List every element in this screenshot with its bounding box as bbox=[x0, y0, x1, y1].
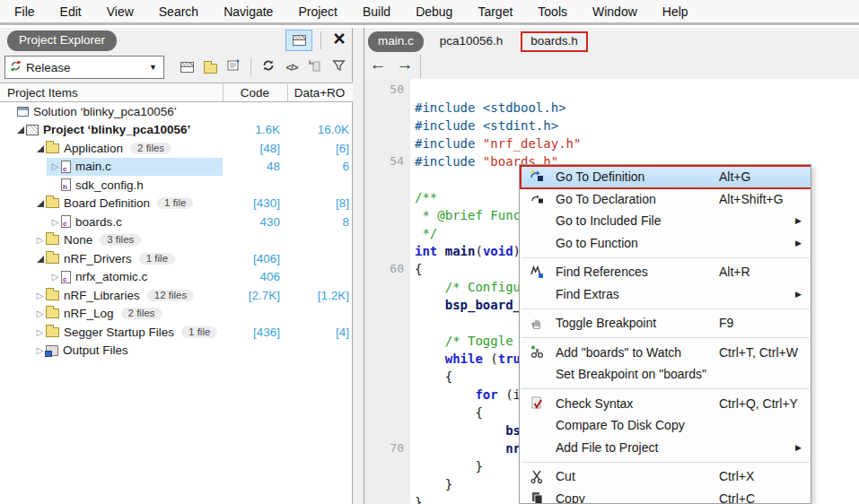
menu-item-cut[interactable]: CutCtrl+X bbox=[520, 465, 811, 488]
tree-row-boards-c[interactable]: ▷cboards.c4308 bbox=[0, 213, 352, 231]
code-line[interactable]: int main(void) bbox=[415, 242, 521, 260]
menu-shortcut: Ctrl+Q, Ctrl+Y bbox=[719, 396, 798, 411]
collapse-icon[interactable] bbox=[14, 123, 26, 136]
tab-main-c[interactable]: main.c bbox=[368, 31, 424, 52]
tree-row-project-blinky-pca10056-[interactable]: Project ‘blinky_pca10056’1.6K16.0K bbox=[0, 121, 352, 140]
code-line[interactable]: #include "nrf_delay.h" bbox=[415, 135, 581, 152]
code-line[interactable]: /** bbox=[415, 188, 437, 206]
tree-row-application[interactable]: Application2 files[48][6] bbox=[0, 139, 352, 158]
menu-item-compare-to-disk-copy[interactable]: Compare To Disk Copy bbox=[520, 414, 811, 437]
code-line[interactable]: } bbox=[415, 475, 452, 493]
menu-navigate[interactable]: Navigate bbox=[211, 4, 285, 19]
menu-window[interactable]: Window bbox=[580, 4, 650, 19]
menu-item-add-file-to-project[interactable]: Add File to Project▶ bbox=[520, 437, 811, 459]
tree-row-nrfx-atomic-c[interactable]: ▷cnrfx_atomic.c406 bbox=[0, 268, 352, 287]
tree-row-nrf-drivers[interactable]: nRF_Drivers1 file[406] bbox=[0, 249, 352, 268]
refresh-button[interactable] bbox=[257, 56, 280, 78]
line-number[interactable]: 60 bbox=[364, 260, 404, 278]
line-number-gutter[interactable]: 50546070 bbox=[364, 79, 410, 504]
tree-row-nrf-libraries[interactable]: ▷nRF_Libraries12 files[2.7K][1.2K] bbox=[0, 286, 352, 305]
code-line[interactable]: * @brief Func bbox=[415, 206, 521, 224]
menu-item-toggle-breakpoint[interactable]: Toggle BreakpointF9 bbox=[520, 312, 811, 335]
tab-pca10056-h[interactable]: pca10056.h bbox=[431, 31, 513, 52]
project-explorer-tab[interactable]: Project Explorer bbox=[7, 30, 117, 51]
back-arrow[interactable]: ← bbox=[366, 55, 390, 74]
code-line[interactable]: for (i bbox=[415, 386, 521, 404]
collapse-icon[interactable] bbox=[34, 196, 46, 210]
close-panel-button[interactable]: × bbox=[328, 27, 351, 51]
tree-row-solution-blinky-pca10056-[interactable]: Solution ‘blinky_pca10056’ bbox=[0, 102, 352, 121]
menu-item-set-breakpoint-on-boards-[interactable]: Set Breakpoint on "boards" bbox=[520, 363, 811, 386]
header-separator bbox=[320, 31, 321, 49]
line-number[interactable]: 70 bbox=[364, 439, 404, 457]
collapse-icon[interactable] bbox=[34, 252, 46, 265]
menu-debug[interactable]: Debug bbox=[403, 4, 465, 19]
menu-edit[interactable]: Edit bbox=[48, 4, 94, 19]
tree-row-segger-startup-files[interactable]: ▷Segger Startup Files1 file[436][4] bbox=[0, 323, 352, 342]
code-line[interactable]: #include <stdbool.h> bbox=[415, 99, 566, 117]
float-panel-button[interactable] bbox=[285, 30, 312, 51]
code-line[interactable]: bs bbox=[415, 421, 521, 439]
build-config-select[interactable]: Release ▼ bbox=[4, 56, 164, 79]
tree-row-sdk-config-h[interactable]: hsdk_config.h bbox=[0, 176, 352, 195]
code-line[interactable]: nr bbox=[415, 439, 521, 457]
file-properties-button[interactable] bbox=[222, 56, 245, 78]
menu-build[interactable]: Build bbox=[350, 4, 403, 19]
menu-item-go-to-definition[interactable]: Go To DefinitionAlt+G bbox=[520, 165, 811, 188]
expand-icon[interactable]: ▷ bbox=[34, 327, 46, 337]
tree-row-main-c[interactable]: ▷cmain.c486 bbox=[0, 158, 352, 177]
code-line[interactable]: while (tru bbox=[415, 350, 521, 368]
project-explorer-header: Project Explorer × bbox=[0, 28, 352, 55]
tree-row-output-files[interactable]: ▷Output Files bbox=[0, 342, 352, 361]
menu-item-go-to-included-file[interactable]: Go to Included File▶ bbox=[520, 210, 811, 232]
tree-row-nrf-log[interactable]: ▷nRF_Log2 files bbox=[0, 305, 352, 324]
menu-tools[interactable]: Tools bbox=[525, 4, 580, 19]
menu-help[interactable]: Help bbox=[650, 4, 701, 19]
menu-item-label: Find References bbox=[556, 265, 648, 279]
tree-row-board-definition[interactable]: Board Definition1 file[430][8] bbox=[0, 195, 352, 213]
menu-project[interactable]: Project bbox=[285, 4, 350, 19]
panel-splitter[interactable] bbox=[353, 28, 364, 504]
expand-icon[interactable]: ▷ bbox=[49, 161, 61, 171]
import-file-button[interactable] bbox=[303, 56, 327, 78]
menu-file[interactable]: File bbox=[2, 4, 48, 19]
code-line[interactable]: #include <stdint.h> bbox=[415, 117, 558, 135]
menu-search[interactable]: Search bbox=[146, 4, 211, 19]
expand-icon[interactable]: ▷ bbox=[34, 235, 46, 245]
menu-item-copy[interactable]: CopyCtrl+C bbox=[520, 488, 811, 504]
menu-item-find-references[interactable]: Find ReferencesAlt+R bbox=[520, 261, 811, 283]
forward-arrow[interactable]: → bbox=[393, 55, 416, 74]
expand-icon[interactable]: ▷ bbox=[49, 272, 61, 282]
expand-icon[interactable]: ▷ bbox=[34, 308, 46, 318]
menu-target[interactable]: Target bbox=[465, 4, 525, 19]
code-line[interactable]: } bbox=[415, 457, 483, 475]
menu-view[interactable]: View bbox=[94, 4, 146, 19]
menu-item-go-to-function[interactable]: Go to Function▶ bbox=[520, 232, 811, 255]
menu-item-find-extras[interactable]: Find Extras▶ bbox=[520, 283, 811, 306]
code-token: #include <stdint.h> bbox=[415, 118, 558, 133]
tab-boards-h[interactable]: boards.h bbox=[521, 31, 588, 52]
code-line[interactable]: { bbox=[415, 404, 483, 421]
new-folder-button[interactable] bbox=[198, 56, 222, 78]
code-line[interactable]: { bbox=[415, 260, 422, 278]
editor-header: main.c pca10056.h boards.h ← → bbox=[364, 28, 859, 79]
expand-icon[interactable]: ▷ bbox=[34, 291, 46, 300]
filter-button[interactable] bbox=[327, 56, 350, 78]
collapse-icon[interactable] bbox=[34, 142, 46, 155]
menu-item-check-syntax[interactable]: Check SyntaxCtrl+Q, Ctrl+Y bbox=[520, 393, 811, 415]
menu-item-add-boards-to-watch[interactable]: Add "boards" to WatchCtrl+T, Ctrl+W bbox=[520, 342, 811, 364]
tree-row-none[interactable]: ▷None3 files bbox=[0, 231, 352, 250]
expand-icon[interactable]: ▷ bbox=[49, 217, 61, 227]
code-token: ( bbox=[483, 352, 498, 366]
line-number[interactable]: 50 bbox=[364, 81, 404, 99]
view-source-button[interactable]: </> bbox=[280, 56, 303, 78]
menu-item-go-to-declaration[interactable]: Go To DeclarationAlt+Shift+G bbox=[520, 188, 811, 211]
code-line[interactable]: */ bbox=[415, 224, 437, 242]
code-line[interactable]: { bbox=[415, 368, 452, 386]
code-line[interactable]: } bbox=[415, 493, 422, 504]
options-window-button[interactable] bbox=[175, 56, 198, 78]
code-line[interactable]: /* Toggle bbox=[415, 332, 521, 350]
line-number[interactable]: 54 bbox=[364, 152, 404, 170]
code-line[interactable]: /* Configu bbox=[415, 278, 521, 296]
code-line[interactable]: bsp_board_ bbox=[415, 296, 521, 314]
